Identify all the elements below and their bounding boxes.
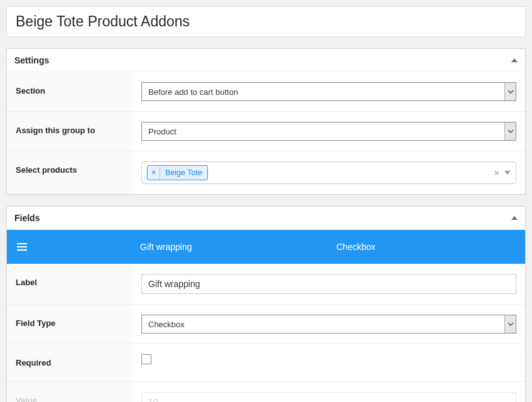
fields-panel: Fields Gift wrapping Checkbox Label Fiel… xyxy=(6,206,526,402)
label-row: Label xyxy=(7,264,525,304)
select-products-label: Select products xyxy=(7,151,133,194)
required-label: Required xyxy=(7,344,133,381)
assign-label: Assign this group to xyxy=(7,112,133,151)
field-details: Label Field Type Checkbox Required xyxy=(7,264,525,402)
product-tag: × Beige Tote xyxy=(147,165,208,180)
collapse-icon xyxy=(511,216,518,220)
fields-panel-title: Fields xyxy=(14,213,40,223)
required-row: Required xyxy=(7,344,525,381)
fields-panel-header[interactable]: Fields xyxy=(7,207,525,230)
label-input[interactable] xyxy=(141,274,516,294)
field-type-select[interactable]: Checkbox xyxy=(141,315,516,334)
section-select-value: Before add to cart button xyxy=(142,83,504,100)
chevron-down-icon xyxy=(504,122,516,140)
value-label: Value xyxy=(7,382,133,402)
section-select[interactable]: Before add to cart button xyxy=(141,82,516,101)
settings-panel-title: Settings xyxy=(14,55,49,65)
required-checkbox[interactable] xyxy=(141,354,151,364)
settings-panel-header[interactable]: Settings xyxy=(7,49,525,72)
value-input[interactable] xyxy=(141,392,516,402)
label-label: Label xyxy=(7,264,133,304)
section-row: Section Before add to cart button xyxy=(7,72,525,111)
settings-panel: Settings Section Before add to cart butt… xyxy=(6,48,526,195)
field-type-row: Field Type Checkbox xyxy=(7,304,525,344)
field-item-header[interactable]: Gift wrapping Checkbox xyxy=(7,230,525,264)
section-label: Section xyxy=(7,72,133,111)
assign-row: Assign this group to Product xyxy=(7,111,525,151)
assign-select-value: Product xyxy=(142,122,504,140)
products-multiselect[interactable]: × Beige Tote × xyxy=(141,161,516,184)
page-title: Beige Tote Product Addons xyxy=(16,13,516,30)
settings-panel-body: Section Before add to cart button Assign… xyxy=(7,72,525,194)
clear-all-icon[interactable]: × xyxy=(494,168,499,178)
remove-tag-icon[interactable]: × xyxy=(148,166,160,179)
field-item-type: Checkbox xyxy=(336,242,375,252)
chevron-down-icon xyxy=(504,83,516,100)
chevron-down-icon xyxy=(504,171,511,175)
value-row: Value xyxy=(7,381,525,402)
field-type-value: Checkbox xyxy=(142,315,504,333)
chevron-down-icon xyxy=(504,315,516,333)
title-container: Beige Tote Product Addons xyxy=(6,6,526,37)
drag-handle-icon[interactable] xyxy=(17,241,27,253)
select-products-row: Select products × Beige Tote × xyxy=(7,151,525,194)
assign-select[interactable]: Product xyxy=(141,122,516,141)
product-tag-label: Beige Tote xyxy=(160,166,207,180)
collapse-icon xyxy=(511,58,518,62)
field-item-name: Gift wrapping xyxy=(140,242,192,252)
field-type-label: Field Type xyxy=(7,305,133,344)
